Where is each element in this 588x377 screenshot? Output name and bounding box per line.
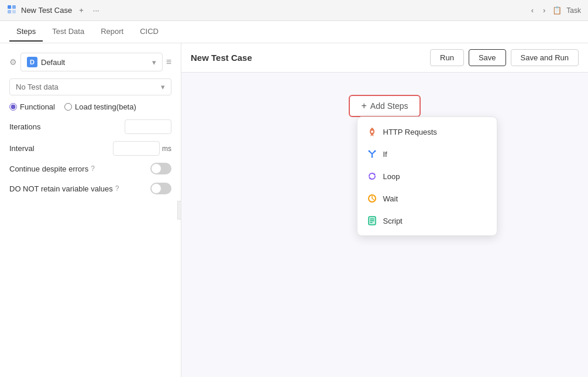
more-options-button[interactable]: ··· — [91, 5, 102, 16]
svg-point-6 — [374, 150, 376, 152]
tab-test-data[interactable]: Test Data — [45, 22, 91, 42]
tab-report[interactable]: Report — [94, 22, 130, 42]
titlebar: New Test Case + ··· ‹ › 📋 Task — [0, 0, 588, 21]
continue-errors-row: Continue despite errors ? — [9, 163, 171, 174]
continue-errors-label: Continue despite errors ? — [9, 164, 95, 173]
add-steps-label: Add Steps — [370, 101, 408, 111]
wait-label: Wait — [383, 194, 398, 203]
menu-item-wait[interactable]: Wait — [357, 187, 497, 210]
save-button[interactable]: Save — [469, 49, 506, 66]
menu-icon: ≡ — [166, 57, 171, 67]
add-steps-dropdown: HTTP Requests If — [357, 116, 497, 236]
data-selector[interactable]: No Test data ▾ — [9, 78, 171, 95]
menu-item-if[interactable]: If — [357, 143, 497, 165]
left-panel: ⚙ D Default ▾ ≡ No Test data ▾ Functiona… — [0, 43, 181, 377]
env-selector[interactable]: D Default ▾ — [20, 53, 163, 71]
add-tab-button[interactable]: + — [77, 5, 86, 16]
http-requests-label: HTTP Requests — [383, 128, 437, 136]
tab-cicd[interactable]: CICD — [133, 22, 166, 42]
chevron-down-icon: ▾ — [152, 58, 156, 67]
interval-row: Interval 0 ms — [9, 141, 171, 156]
loop-label: Loop — [383, 172, 400, 181]
menu-item-http-requests[interactable]: HTTP Requests — [357, 121, 497, 143]
svg-rect-0 — [8, 5, 11, 9]
settings-icon: ⚙ — [9, 57, 17, 67]
loop-icon — [367, 171, 377, 181]
save-and-run-button[interactable]: Save and Run — [511, 49, 579, 66]
right-content: + Add Steps HTTP — [181, 73, 588, 377]
nav-forward-button[interactable]: › — [541, 5, 548, 16]
plus-icon: + — [362, 101, 367, 111]
svg-point-5 — [368, 150, 370, 152]
env-section-row: ⚙ D Default ▾ ≡ — [9, 53, 171, 71]
tab-steps[interactable]: Steps — [9, 22, 43, 42]
task-icon: 📋 — [552, 6, 562, 15]
iterations-label: Iterations — [9, 122, 40, 131]
load-testing-radio[interactable]: Load testing(beta) — [64, 102, 136, 111]
retain-vars-label: DO NOT retain variable values ? — [9, 184, 119, 193]
no-test-data-label: No Test data — [16, 83, 59, 91]
header-buttons: Run Save Save and Run — [430, 49, 579, 66]
env-label: Default — [41, 58, 65, 67]
interval-label: Interval — [9, 144, 35, 153]
collapse-panel-button[interactable]: ‹ — [177, 201, 181, 220]
test-type-radio-group: Functional Load testing(beta) — [9, 102, 171, 111]
if-label: If — [383, 150, 387, 159]
continue-errors-help-icon[interactable]: ? — [91, 164, 95, 173]
functional-radio[interactable]: Functional — [9, 102, 55, 111]
menu-item-script[interactable]: Script — [357, 210, 497, 232]
svg-point-7 — [371, 156, 373, 158]
content-wrapper: New Test Case Run Save Save and Run + Ad… — [181, 43, 588, 377]
env-selector-left: D Default — [27, 57, 65, 67]
retain-vars-help-icon[interactable]: ? — [115, 184, 119, 193]
content-header: New Test Case Run Save Save and Run — [181, 43, 588, 73]
page-title: New Test Case — [191, 53, 252, 63]
if-icon — [367, 149, 377, 159]
interval-field-group: 0 ms — [113, 141, 171, 156]
interval-input[interactable]: 0 — [113, 141, 160, 156]
main-layout: ⚙ D Default ▾ ≡ No Test data ▾ Functiona… — [0, 43, 588, 377]
script-icon — [367, 215, 377, 226]
continue-errors-toggle[interactable] — [150, 163, 171, 174]
load-testing-label: Load testing(beta) — [75, 102, 136, 111]
wait-icon — [367, 193, 377, 204]
task-label: Task — [566, 6, 581, 15]
retain-vars-toggle[interactable] — [150, 183, 171, 194]
script-label: Script — [383, 217, 403, 225]
svg-rect-2 — [8, 10, 11, 13]
svg-point-4 — [371, 131, 373, 133]
interval-unit: ms — [162, 145, 171, 153]
nav-back-button[interactable]: ‹ — [529, 5, 536, 16]
retain-vars-row: DO NOT retain variable values ? — [9, 183, 171, 194]
http-requests-icon — [367, 126, 377, 137]
add-steps-button[interactable]: + Add Steps — [349, 95, 421, 117]
menu-item-loop[interactable]: Loop — [357, 165, 497, 187]
svg-rect-1 — [12, 5, 16, 9]
iterations-row: Iterations 1 — [9, 119, 171, 134]
functional-label: Functional — [20, 102, 55, 111]
titlebar-right: ‹ › 📋 Task — [529, 5, 581, 16]
titlebar-left: New Test Case + ··· — [7, 5, 102, 16]
chevron-down-icon2: ▾ — [161, 83, 165, 91]
tabbar: Steps Test Data Report CICD — [0, 21, 588, 43]
svg-rect-3 — [12, 10, 16, 13]
run-button[interactable]: Run — [430, 49, 464, 66]
iterations-input[interactable]: 1 — [125, 119, 171, 134]
titlebar-title: New Test Case — [21, 6, 72, 15]
env-badge: D — [27, 57, 37, 67]
app-icon — [7, 5, 16, 16]
